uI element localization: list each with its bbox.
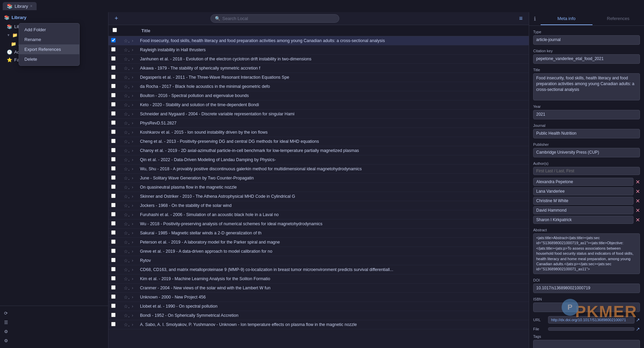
row-expand-cell[interactable]: › [129, 256, 137, 265]
expand-icon[interactable]: › [132, 304, 133, 309]
url-value[interactable]: http://dx.doi.org/10.1017/S1368980021000… [548, 316, 635, 324]
row-title[interactable]: A. Sabo, A. I. Smolyakov, P. Yushmanov -… [137, 320, 529, 329]
row-checkbox[interactable] [111, 258, 116, 262]
library-tab[interactable]: 📚 Library × [3, 2, 37, 10]
row-checkbox[interactable] [111, 285, 116, 290]
row-star-cell[interactable]: ☆ [121, 91, 129, 100]
row-star-cell[interactable]: ☆ [121, 219, 129, 229]
row-checkbox[interactable] [111, 185, 116, 189]
row-expand-cell[interactable]: › [129, 183, 137, 192]
star-icon[interactable]: ☆ [124, 38, 129, 43]
select-all-checkbox[interactable] [113, 28, 117, 32]
row-title[interactable]: Peterson et al. - 2019 - A laboratory mo… [137, 238, 529, 247]
row-title[interactable]: Charoy et al. - 2019 - 2D axial-azimutha… [137, 146, 529, 155]
row-expand-cell[interactable]: › [129, 119, 137, 128]
star-icon[interactable]: ☆ [124, 157, 129, 162]
year-value[interactable]: 2021 [533, 110, 640, 119]
doi-value[interactable]: 10.1017/s1368980021000719 [533, 284, 640, 293]
library-tab-close[interactable]: × [30, 4, 33, 8]
row-title[interactable]: Food insecurity, food skills, health lit… [137, 36, 529, 45]
author-add-input[interactable] [533, 167, 640, 175]
row-expand-cell[interactable]: › [129, 219, 137, 229]
star-icon[interactable]: ☆ [124, 130, 129, 135]
star-icon[interactable]: ☆ [124, 102, 129, 108]
row-title[interactable]: Janhunen et al. - 2018 - Evolution of th… [137, 55, 529, 64]
row-title[interactable]: Llobet et al. - 1990 - On spectral pollu… [137, 302, 529, 311]
citation-key-value[interactable]: pepetone_vanderlee_etal_food_2021 [533, 54, 640, 64]
star-icon[interactable]: ☆ [124, 139, 129, 144]
row-expand-cell[interactable]: › [129, 137, 137, 146]
star-icon[interactable]: ☆ [124, 276, 129, 282]
add-button[interactable]: + [113, 14, 120, 23]
expand-icon[interactable]: › [132, 148, 133, 153]
expand-icon[interactable]: › [132, 231, 133, 235]
row-expand-cell[interactable]: › [129, 155, 137, 165]
star-icon[interactable]: ☆ [124, 304, 129, 309]
row-checkbox[interactable] [111, 294, 116, 299]
expand-icon[interactable]: › [132, 185, 133, 190]
row-title[interactable]: Bondi - 1952 - On Spherically Symmetrica… [137, 311, 529, 320]
expand-icon[interactable]: › [132, 322, 133, 327]
row-title[interactable]: Jockers - 1968 - On the stability of the… [137, 201, 529, 210]
row-star-cell[interactable]: ☆ [121, 311, 129, 320]
row-expand-cell[interactable]: › [129, 311, 137, 320]
expand-icon[interactable]: › [132, 258, 133, 263]
row-expand-cell[interactable]: › [129, 64, 137, 73]
row-title[interactable]: Qin et al. - 2022 - Data-Driven Modeling… [137, 155, 529, 165]
star-icon[interactable]: ☆ [124, 313, 129, 318]
expand-icon[interactable]: › [132, 47, 133, 52]
row-expand-cell[interactable]: › [129, 238, 137, 247]
expand-icon[interactable]: › [132, 176, 133, 180]
row-expand-cell[interactable]: › [129, 100, 137, 110]
row-star-cell[interactable]: ☆ [121, 238, 129, 247]
expand-icon[interactable]: › [132, 295, 133, 299]
context-menu-export-references[interactable]: Export References [19, 44, 79, 54]
row-checkbox[interactable] [111, 249, 116, 253]
star-icon[interactable]: ☆ [124, 75, 129, 80]
row-title[interactable]: CD68, CD163, and matrix metalloproteinas… [137, 265, 529, 274]
star-icon[interactable]: ☆ [124, 56, 129, 62]
star-icon[interactable]: ☆ [124, 294, 129, 300]
star-icon[interactable]: ☆ [124, 239, 129, 245]
row-title[interactable]: Wu, Shu - 2018 - A provably positive dis… [137, 165, 529, 174]
row-expand-cell[interactable]: › [129, 274, 137, 284]
expand-icon[interactable]: › [132, 194, 133, 199]
row-title[interactable]: Koshkarov et al. - 2015 - Ion sound inst… [137, 128, 529, 137]
row-checkbox[interactable] [111, 47, 116, 52]
sidebar-settings-btn-1[interactable]: ⚙ [0, 327, 108, 336]
expand-icon[interactable]: › [132, 240, 133, 245]
type-value[interactable]: article-journal [533, 35, 640, 45]
author-name[interactable]: Sharon I Kirkpatrick [533, 216, 633, 224]
row-checkbox[interactable] [111, 212, 116, 216]
row-star-cell[interactable]: ☆ [121, 247, 129, 256]
panel-info-button[interactable]: ℹ [529, 12, 541, 25]
row-star-cell[interactable]: ☆ [121, 73, 129, 82]
star-icon[interactable]: ☆ [124, 185, 129, 190]
abstract-value[interactable]: <jats:title>Abstract</jats:title><jats:s… [533, 233, 640, 274]
star-icon[interactable]: ☆ [124, 258, 129, 263]
row-expand-cell[interactable]: › [129, 229, 137, 238]
star-icon[interactable]: ☆ [124, 221, 129, 227]
star-icon[interactable]: ☆ [124, 230, 129, 236]
expand-icon[interactable]: › [132, 112, 133, 116]
author-remove-button[interactable]: ✕ [636, 188, 640, 195]
author-name[interactable]: Christine M White [533, 197, 633, 205]
row-title[interactable]: Skinner and Ostriker - 2010 - The Athena… [137, 192, 529, 201]
expand-icon[interactable]: › [132, 167, 133, 171]
row-checkbox[interactable] [111, 102, 116, 107]
row-star-cell[interactable]: ☆ [121, 45, 129, 55]
star-icon[interactable]: ☆ [124, 65, 129, 71]
star-icon[interactable]: ☆ [124, 166, 129, 172]
expand-icon[interactable]: › [132, 93, 133, 98]
row-title[interactable]: Rytov [137, 256, 529, 265]
row-checkbox[interactable] [111, 139, 116, 143]
row-title[interactable]: Rayleigh instability in Hall thrusters [137, 45, 529, 55]
row-checkbox[interactable] [111, 38, 116, 42]
list-view-button[interactable]: ≡ [517, 14, 525, 23]
star-icon[interactable]: ☆ [124, 249, 129, 254]
expand-icon[interactable]: › [132, 212, 133, 217]
row-checkbox[interactable] [111, 166, 116, 171]
row-title[interactable]: Furuhashi et al. - 2006 - Simulation of … [137, 210, 529, 219]
row-checkbox[interactable] [111, 276, 116, 281]
row-star-cell[interactable]: ☆ [121, 110, 129, 119]
